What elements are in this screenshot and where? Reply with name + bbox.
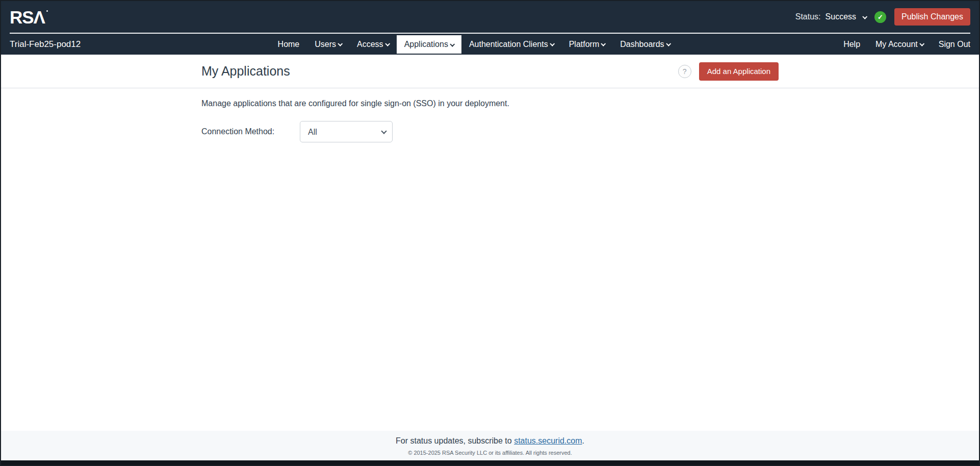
- rsa-logo: RSΛ: [10, 8, 48, 26]
- connection-method-label: Connection Method:: [201, 127, 300, 136]
- connection-method-select-wrap: All: [300, 121, 393, 142]
- topbar-right-group: Status: Success ✓ Publish Changes: [795, 8, 970, 26]
- page-footer: For status updates, subscribe to status.…: [1, 431, 979, 460]
- publish-status-dropdown[interactable]: Status: Success: [795, 12, 866, 21]
- connection-method-row: Connection Method: All: [201, 121, 779, 142]
- tenant-name: Trial-Feb25-pod12: [10, 34, 112, 55]
- check-icon: ✓: [878, 13, 883, 21]
- chevron-down-icon: [862, 14, 867, 19]
- nav-item-label: My Account: [875, 40, 918, 49]
- status-label: Status:: [795, 12, 821, 21]
- page-title: My Applications: [201, 64, 290, 79]
- nav-item-access[interactable]: Access: [349, 34, 397, 55]
- nav-item-platform[interactable]: Platform: [561, 34, 613, 55]
- chevron-down-icon: [450, 41, 455, 46]
- footer-status-line: For status updates, subscribe to status.…: [1, 436, 979, 446]
- nav-item-authentication-clients[interactable]: Authentication Clients: [461, 34, 561, 55]
- nav-item-label: Access: [357, 40, 383, 49]
- nav-item-label: Users: [315, 40, 336, 49]
- app-window: RSΛ Status: Success ✓ Publish Changes Tr…: [0, 0, 980, 466]
- nav-item-my-account[interactable]: My Account: [868, 34, 931, 55]
- nav-item-label: Home: [278, 40, 300, 49]
- nav-item-label: Authentication Clients: [469, 40, 548, 49]
- chevron-down-icon: [919, 41, 924, 46]
- nav-center-group: Home Users Access Applications Authentic…: [112, 34, 836, 55]
- footer-status-suffix: .: [582, 436, 584, 445]
- nav-item-sign-out[interactable]: Sign Out: [931, 34, 970, 55]
- nav-item-applications[interactable]: Applications: [397, 35, 461, 54]
- status-value: Success: [826, 12, 856, 21]
- nav-right-group: Help My Account Sign Out: [836, 34, 970, 55]
- chevron-down-icon: [385, 41, 390, 46]
- nav-item-label: Dashboards: [620, 40, 664, 49]
- add-application-button[interactable]: Add an Application: [699, 62, 779, 81]
- main-content: Manage applications that are configured …: [1, 88, 979, 431]
- nav-item-label: Sign Out: [939, 40, 970, 49]
- chevron-down-icon: [338, 41, 343, 46]
- copyright-text: © 2015-2025 RSA Security LLC or its affi…: [1, 450, 979, 456]
- help-icon[interactable]: ?: [678, 65, 691, 78]
- nav-item-label: Applications: [404, 40, 448, 49]
- publish-changes-button[interactable]: Publish Changes: [894, 8, 970, 26]
- main-navbar: Trial-Feb25-pod12 Home Users Access Appl…: [1, 34, 979, 55]
- status-success-check-icon: ✓: [874, 11, 886, 23]
- nav-item-label: Platform: [569, 40, 600, 49]
- nav-item-home[interactable]: Home: [270, 34, 307, 55]
- page-header: My Applications ? Add an Application: [1, 55, 979, 88]
- page-description: Manage applications that are configured …: [201, 99, 779, 108]
- question-mark-glyph: ?: [683, 67, 687, 76]
- nav-item-help[interactable]: Help: [836, 34, 868, 55]
- bottom-window-strip: [1, 460, 979, 465]
- nav-item-users[interactable]: Users: [307, 34, 349, 55]
- registered-mark-dot: [46, 10, 48, 12]
- nav-item-label: Help: [843, 40, 860, 49]
- status-securid-link[interactable]: status.securid.com: [514, 436, 582, 445]
- footer-status-prefix: For status updates, subscribe to: [396, 436, 514, 445]
- connection-method-select[interactable]: All: [300, 121, 393, 142]
- chevron-down-icon: [550, 41, 555, 46]
- chevron-down-icon: [666, 41, 671, 46]
- rsa-logo-text: RSΛ: [10, 7, 45, 27]
- nav-item-dashboards[interactable]: Dashboards: [612, 34, 677, 55]
- top-bar: RSΛ Status: Success ✓ Publish Changes: [1, 1, 979, 33]
- chevron-down-icon: [601, 41, 606, 46]
- page-header-actions: ? Add an Application: [678, 62, 779, 81]
